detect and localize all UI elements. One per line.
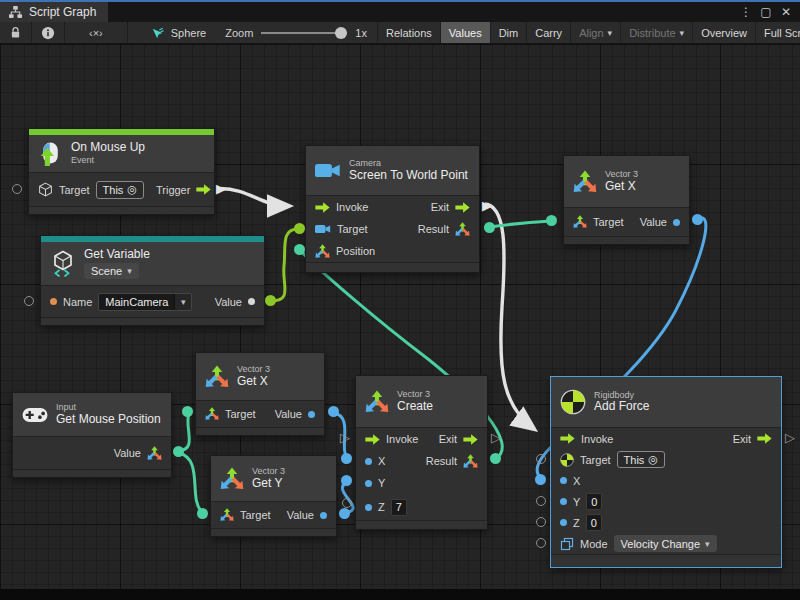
- z-value-field[interactable]: 7: [391, 499, 407, 516]
- port-getxtop-target[interactable]: [546, 215, 557, 226]
- port-addforce-mode[interactable]: [536, 538, 546, 548]
- port-mouseposition-value[interactable]: [173, 446, 184, 457]
- graph-breadcrumb[interactable]: Sphere: [142, 22, 215, 43]
- fullscreen-button[interactable]: Full Screen: [756, 22, 800, 43]
- z-value-field[interactable]: 0: [586, 514, 602, 531]
- chevron-down-icon: ▾: [680, 28, 685, 38]
- node-title: Screen To World Point: [349, 169, 468, 183]
- this-target-chip[interactable]: This ◎: [617, 451, 665, 468]
- graph-canvas[interactable]: On Mouse Up Event Target This ◎ Trigger: [0, 44, 800, 600]
- force-mode-dropdown[interactable]: Velocity Change ▾: [614, 535, 717, 552]
- node-create-vector3[interactable]: Vector 3 Create Invoke Exit X Result: [355, 375, 488, 530]
- node-title: On Mouse Up: [71, 141, 145, 155]
- distribute-dropdown[interactable]: Distribute▾: [621, 22, 693, 43]
- port-create-x[interactable]: [341, 453, 352, 464]
- node-screen-to-world-point[interactable]: Camera Screen To World Point Invoke Exit…: [305, 145, 480, 273]
- port-onmouseup-trigger[interactable]: ▶: [216, 182, 226, 195]
- port-camera-exit[interactable]: ▶: [482, 199, 492, 212]
- graph-icon: [8, 5, 23, 19]
- wire-mouse-value-to-getx-target[interactable]: [179, 413, 189, 451]
- tab-script-graph[interactable]: Script Graph: [0, 2, 108, 22]
- wire-exit-to-addforce-invoke[interactable]: [485, 204, 534, 429]
- toggle-relations[interactable]: Relations: [378, 22, 441, 43]
- value-label: Value: [287, 509, 314, 521]
- port-create-y[interactable]: [341, 475, 352, 486]
- graph-cursor-icon: [151, 26, 165, 40]
- code-view-button[interactable]: ‹×›: [65, 22, 128, 43]
- node-get-variable[interactable]: Get Variable Scene ▾ Name MainCamera ▾ V…: [40, 235, 265, 326]
- variable-name-dropdown[interactable]: MainCamera ▾: [98, 293, 192, 311]
- window-menu-icon[interactable]: ⋮: [738, 5, 754, 19]
- trigger-label: Trigger: [156, 184, 190, 196]
- zoom-slider[interactable]: [261, 32, 347, 34]
- toggle-values[interactable]: Values: [441, 22, 491, 43]
- toggle-carry[interactable]: Carry: [527, 22, 571, 43]
- port-gety-target[interactable]: [197, 508, 208, 519]
- node-add-force[interactable]: Rigidbody Add Force Invoke Exit Target T…: [550, 376, 782, 568]
- port-getvariable-value[interactable]: [265, 295, 276, 306]
- flow-arrow-icon: [196, 184, 211, 195]
- enum-type-icon: [560, 537, 574, 551]
- node-get-x-mid[interactable]: Vector 3 Get X Target Value: [195, 352, 325, 436]
- zoom-control: Zoom 1x: [215, 22, 377, 43]
- node-on-mouse-up[interactable]: On Mouse Up Event Target This ◎ Trigger: [28, 128, 215, 215]
- flow-arrow-icon: [315, 202, 330, 213]
- port-camera-target[interactable]: [294, 223, 305, 234]
- name-label: Name: [63, 296, 92, 308]
- float-type-icon: [320, 512, 327, 519]
- port-addforce-y[interactable]: [536, 496, 546, 506]
- node-get-mouse-position[interactable]: Input Get Mouse Position Value: [12, 392, 172, 478]
- invoke-label: Invoke: [336, 201, 368, 213]
- toggle-dim[interactable]: Dim: [491, 22, 528, 43]
- align-dropdown[interactable]: Align▾: [571, 22, 621, 43]
- port-getxmid-target[interactable]: [182, 406, 193, 417]
- maximize-icon[interactable]: ▢: [758, 5, 774, 19]
- overview-button[interactable]: Overview: [693, 22, 756, 43]
- y-value-field[interactable]: 0: [586, 493, 602, 510]
- float-type-icon: [365, 504, 372, 511]
- float-type-icon: [560, 519, 567, 526]
- port-getxtop-value[interactable]: [692, 214, 703, 225]
- node-get-x-top[interactable]: Vector 3 Get X Target Value: [563, 155, 690, 245]
- port-create-z[interactable]: [342, 498, 352, 508]
- variable-scope-dropdown[interactable]: Scene ▾: [84, 263, 139, 279]
- node-get-y[interactable]: Vector 3 Get Y Target Value: [210, 455, 337, 537]
- port-onmouseup-target[interactable]: [12, 184, 22, 194]
- port-create-invoke[interactable]: ▷: [340, 431, 350, 444]
- port-camera-result[interactable]: [484, 222, 495, 233]
- rigidbody-type-icon: [560, 453, 574, 467]
- code-icon: ‹×›: [89, 27, 103, 39]
- wire-camera-result-to-getx-target[interactable]: [489, 221, 551, 227]
- wire-variable-to-camera-target[interactable]: [271, 229, 297, 301]
- rigidbody-icon: [560, 389, 586, 415]
- port-create-exit[interactable]: ▷: [491, 431, 501, 444]
- wire-trigger-to-invoke[interactable]: [220, 189, 289, 207]
- vector3-type-icon: [220, 508, 234, 522]
- info-button[interactable]: [32, 22, 65, 43]
- port-camera-position[interactable]: [294, 244, 305, 255]
- flow-arrow-icon: [757, 433, 772, 444]
- this-target-chip[interactable]: This ◎: [96, 181, 144, 199]
- port-addforce-x[interactable]: [535, 474, 546, 485]
- target-label: Target: [593, 216, 624, 228]
- port-getxmid-value[interactable]: [328, 406, 339, 417]
- result-label: Result: [418, 223, 449, 235]
- invoke-label: Invoke: [581, 433, 613, 445]
- close-icon[interactable]: ✕: [778, 5, 794, 19]
- port-addforce-exit[interactable]: ▷: [785, 431, 795, 444]
- port-gety-value[interactable]: [339, 508, 350, 519]
- y-label: Y: [378, 477, 385, 489]
- zoom-slider-handle[interactable]: [335, 27, 347, 39]
- info-icon: [41, 26, 55, 40]
- bullseye-icon: ◎: [127, 183, 137, 196]
- port-create-result[interactable]: [490, 453, 501, 464]
- gamepad-icon: [22, 407, 48, 423]
- vector3-type-icon: [315, 244, 330, 259]
- port-addforce-z[interactable]: [536, 517, 546, 527]
- lock-button[interactable]: [0, 22, 32, 43]
- port-addforce-target[interactable]: [536, 454, 546, 464]
- flow-arrow-icon: [365, 434, 380, 445]
- port-getvariable-name[interactable]: [24, 296, 34, 306]
- chevron-down-icon: ▾: [705, 539, 710, 549]
- wire-mouse-value-to-gety-target[interactable]: [179, 453, 202, 512]
